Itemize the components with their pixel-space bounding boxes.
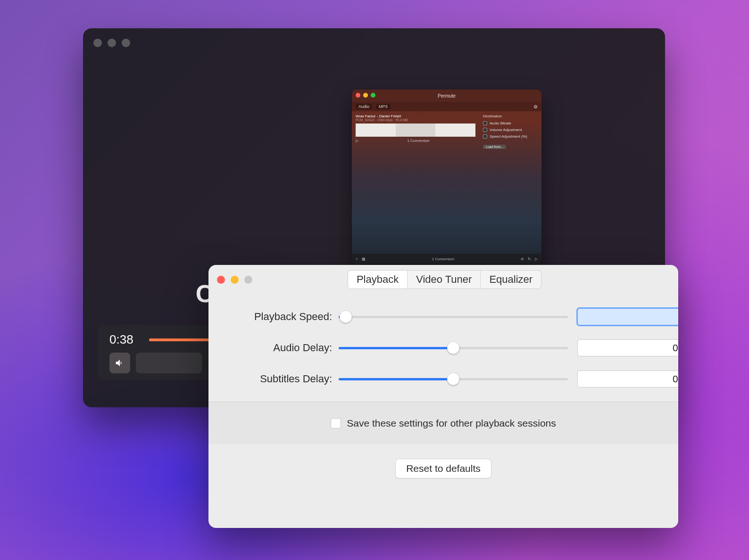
load-from-button: Load from... xyxy=(483,145,506,149)
playback-preferences-panel: Playback Video Tuner Equalizer Playback … xyxy=(208,265,678,528)
window-controls xyxy=(217,276,252,284)
label-subtitles-delay: Subtitles Delay: xyxy=(235,373,339,385)
audio-delay-field[interactable] xyxy=(577,339,678,356)
minimize-icon[interactable] xyxy=(108,39,116,47)
close-icon[interactable] xyxy=(93,39,102,47)
opt-bitrate: Audio Bitrate xyxy=(490,121,511,125)
elapsed-time: 0:38 xyxy=(109,332,140,347)
volume-icon xyxy=(115,358,125,368)
track-meta: PCM_S24LE · 2304 kbps · 55,4 MB xyxy=(356,118,475,122)
label-audio-delay: Audio Delay: xyxy=(235,342,339,354)
minimize-icon xyxy=(363,93,368,98)
checkbox-icon xyxy=(483,134,487,139)
opt-volume: Volume Adjustment xyxy=(490,128,522,132)
row-subtitles-delay: Subtitles Delay: ▲ ▼ xyxy=(235,371,652,387)
audio-delay-slider[interactable] xyxy=(339,343,568,353)
plus-icon: + xyxy=(356,257,358,261)
tab-bar: Playback Video Tuner Equalizer xyxy=(348,270,541,289)
subtitles-delay-field[interactable] xyxy=(577,371,678,387)
save-settings-row: Save these settings for other playback s… xyxy=(208,402,678,444)
tab-playback[interactable]: Playback xyxy=(348,271,407,288)
slider-thumb[interactable] xyxy=(447,342,459,354)
close-icon xyxy=(356,93,360,98)
slider-thumb[interactable] xyxy=(447,373,459,385)
refresh-icon: ↻ xyxy=(528,257,531,261)
track-title: Wow Factor - Daniel Fridell xyxy=(356,114,475,118)
volume-slider[interactable] xyxy=(136,353,202,373)
destination-heading: Destination xyxy=(483,114,538,118)
permute-window-thumbnail: Permute Audio MP3 ⚙ Wow Factor - Daniel … xyxy=(352,90,541,264)
zoom-icon[interactable] xyxy=(244,276,252,284)
volume-button[interactable] xyxy=(109,353,130,373)
playback-speed-slider[interactable] xyxy=(339,312,568,322)
gear-icon: ⚙ xyxy=(533,104,538,109)
subtitles-delay-slider[interactable] xyxy=(339,374,568,384)
play-icon: ▷ xyxy=(356,139,358,143)
permute-window-controls xyxy=(356,93,375,98)
tab-video-tuner[interactable]: Video Tuner xyxy=(407,271,480,288)
permute-title: Permute xyxy=(438,93,456,99)
reset-defaults-button[interactable]: Reset to defaults xyxy=(395,459,491,478)
playback-speed-field[interactable] xyxy=(577,308,678,325)
zoom-icon xyxy=(371,93,375,98)
save-settings-checkbox[interactable] xyxy=(331,418,341,428)
row-playback-speed: Playback Speed: ▲ ▼ xyxy=(235,308,652,325)
waveform xyxy=(356,124,475,137)
checkbox-icon xyxy=(483,128,487,132)
zoom-icon[interactable] xyxy=(122,39,130,47)
conversions-count: 1 Conversion xyxy=(407,139,429,143)
permute-format: MP3 xyxy=(376,104,391,109)
label-playback-speed: Playback Speed: xyxy=(235,311,339,323)
minimize-icon[interactable] xyxy=(231,276,239,284)
stop-icon: ⊘ xyxy=(521,257,524,261)
footer-conversions: 1 Conversion xyxy=(432,257,454,261)
tab-equalizer[interactable]: Equalizer xyxy=(480,271,541,288)
image-icon: ▦ xyxy=(362,257,366,261)
checkbox-icon xyxy=(483,121,487,125)
save-settings-label: Save these settings for other playback s… xyxy=(347,418,556,429)
row-audio-delay: Audio Delay: ▲ ▼ xyxy=(235,339,652,356)
close-icon[interactable] xyxy=(217,276,225,284)
permute-category: Audio xyxy=(356,104,372,109)
play-icon: ▷ xyxy=(535,257,538,261)
window-controls-inactive xyxy=(93,39,130,47)
opt-speed: Speed Adjustment (%) xyxy=(490,134,527,139)
slider-thumb[interactable] xyxy=(340,311,352,323)
